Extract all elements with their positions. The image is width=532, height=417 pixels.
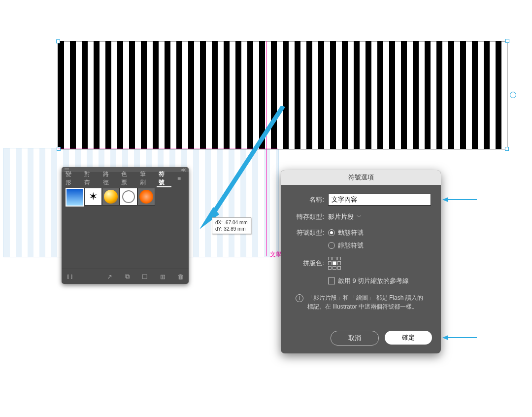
artwork-selected-block[interactable] [58, 41, 507, 149]
drag-tooltip-dy: dY: 32.89 mm [215, 226, 248, 232]
swatch-orb[interactable] [102, 188, 120, 206]
info-text: 「影片片段」和 「繪圖」 都是 Flash 讀入的標記。在 Illustrato… [307, 293, 426, 311]
panel-footer: ⫿⫿ ↗ ⧉ ☐ ⊞ 🗑 [62, 269, 189, 284]
symbol-libraries-icon[interactable]: ⫿⫿ [66, 273, 73, 280]
guide-line-v [266, 41, 266, 256]
ok-button[interactable]: 確定 [385, 331, 432, 345]
export-type-select[interactable]: 影片片段 ﹀ [328, 212, 362, 221]
radio-dot-icon [328, 242, 335, 249]
slice-scaling-checkbox[interactable]: 啟用 9 切片縮放的參考線 [328, 277, 409, 285]
info-icon: i [296, 294, 303, 302]
svg-marker-3 [442, 197, 448, 202]
cancel-button[interactable]: 取消 [331, 331, 379, 346]
checkbox-icon [328, 278, 335, 284]
swatch-flower[interactable] [137, 188, 155, 206]
tab-brushes[interactable]: 筆刷 [136, 170, 155, 187]
symbol-options-dialog[interactable]: 符號選項 名稱: 轉存類型: 影片片段 ﹀ 符號類型: 動態符號 [281, 170, 441, 353]
symbols-grid [62, 185, 189, 208]
tab-symbols[interactable]: 符號 [155, 170, 173, 187]
symbol-type-label: 符號類型: [291, 228, 324, 237]
selection-handle[interactable] [505, 39, 509, 43]
symbol-options-icon[interactable]: ☐ [141, 273, 148, 280]
registration-label: 拼版色: [291, 259, 324, 268]
place-symbol-icon[interactable]: ↗ [106, 273, 113, 280]
delete-symbol-icon[interactable]: 🗑 [177, 273, 184, 280]
radio-label: 靜態符號 [338, 241, 364, 250]
collapse-icon[interactable]: ≪ [181, 167, 186, 173]
registration-grid[interactable] [328, 257, 341, 270]
guide-line-h [58, 148, 278, 148]
artwork-label: 文學 [270, 250, 282, 259]
swatch-wire[interactable] [120, 188, 137, 206]
rotate-handle[interactable] [510, 92, 516, 98]
break-link-icon[interactable]: ⧉ [124, 273, 131, 280]
svg-marker-5 [442, 335, 448, 340]
info-note: i 「影片片段」和 「繪圖」 都是 Flash 讀入的標記。在 Illustra… [296, 293, 426, 311]
tab-align[interactable]: 對齊 [80, 170, 99, 187]
panel-menu-icon[interactable]: ≡ [173, 175, 185, 182]
annotation-arrow-name [442, 195, 477, 205]
radio-dynamic-symbol[interactable]: 動態符號 [328, 228, 364, 237]
name-label: 名稱: [291, 195, 324, 204]
radio-static-symbol[interactable]: 靜態符號 [328, 241, 364, 250]
symbols-panel[interactable]: ≪ 變形 對齊 路徑 色票 筆刷 符號 ≡ ⫿⫿ ↗ ⧉ ☐ ⊞ 🗑 [62, 167, 189, 284]
drag-tooltip-dx: dX: -67.04 mm [215, 219, 248, 226]
tab-swatches[interactable]: 色票 [117, 170, 136, 187]
panel-tabs: 變形 對齊 路徑 色票 筆刷 符號 ≡ [62, 172, 189, 185]
name-input[interactable] [328, 194, 431, 206]
radio-label: 動態符號 [338, 228, 364, 237]
swatch-ink[interactable] [84, 188, 102, 206]
chevron-down-icon: ﹀ [357, 213, 362, 220]
tab-transform[interactable]: 變形 [62, 170, 80, 187]
export-type-label: 轉存類型: [291, 212, 324, 221]
tab-path[interactable]: 路徑 [99, 170, 118, 187]
export-type-value: 影片片段 [328, 212, 354, 221]
drag-tooltip: dX: -67.04 mm dY: 32.89 mm [212, 217, 251, 234]
radio-dot-icon [328, 229, 335, 236]
swatch-gradient[interactable] [66, 188, 84, 207]
dialog-title: 符號選項 [281, 170, 441, 185]
checkbox-label: 啟用 9 切片縮放的參考線 [338, 277, 409, 285]
annotation-arrow-ok [442, 333, 477, 343]
new-symbol-icon[interactable]: ⊞ [159, 273, 166, 280]
